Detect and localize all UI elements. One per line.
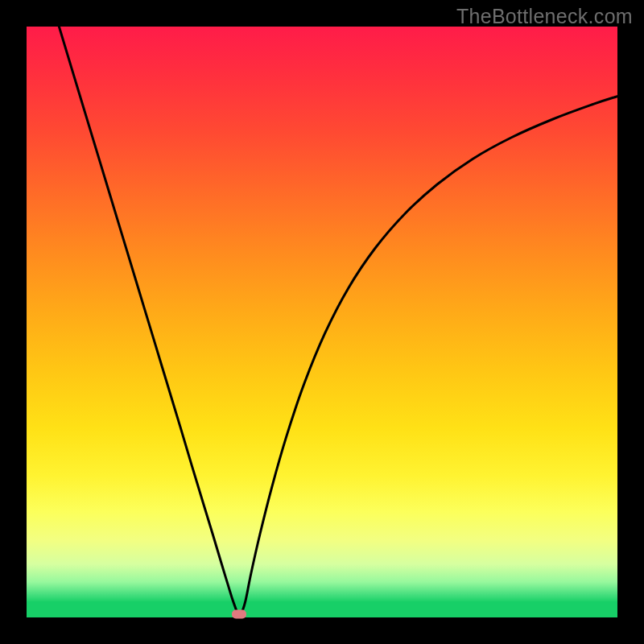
bottleneck-curve <box>59 27 617 616</box>
plot-area <box>27 27 617 617</box>
chart-frame: TheBottleneck.com <box>0 0 644 644</box>
min-marker <box>232 610 246 619</box>
watermark-text: TheBottleneck.com <box>456 5 633 28</box>
curve-svg <box>27 27 617 617</box>
